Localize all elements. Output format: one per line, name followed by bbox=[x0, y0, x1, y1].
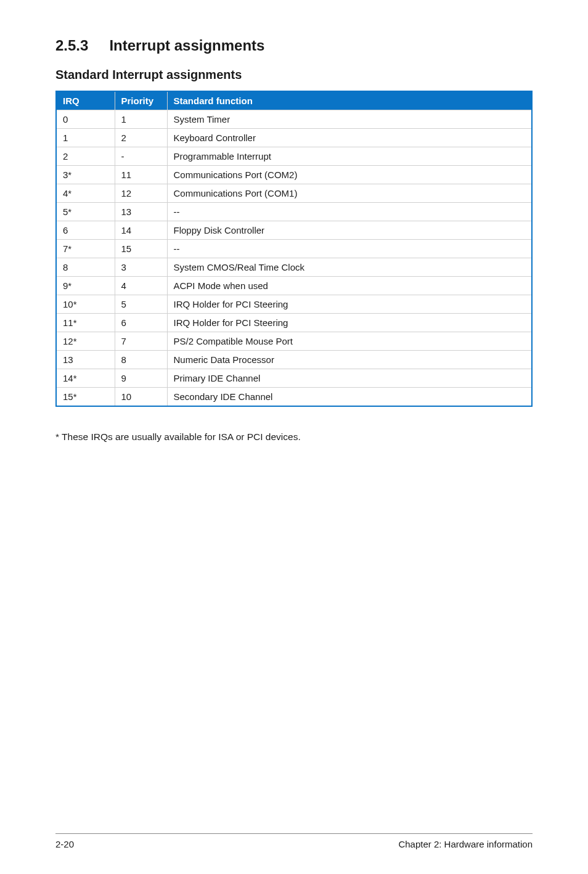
cell-priority: - bbox=[115, 147, 167, 166]
section-title-text: Interrupt assignments bbox=[109, 37, 264, 54]
footnote: * These IRQs are usually available for I… bbox=[55, 431, 533, 443]
cell-priority: 1 bbox=[115, 110, 167, 129]
table-row: 12Keyboard Controller bbox=[56, 129, 532, 147]
table-row: 15*10Secondary IDE Channel bbox=[56, 388, 532, 407]
table-row: 614Floppy Disk Controller bbox=[56, 221, 532, 240]
cell-func: -- bbox=[167, 203, 532, 221]
page-number: 2-20 bbox=[55, 839, 74, 849]
cell-func: System CMOS/Real Time Clock bbox=[167, 258, 532, 277]
cell-priority: 12 bbox=[115, 184, 167, 203]
cell-irq: 5* bbox=[56, 203, 115, 221]
cell-priority: 13 bbox=[115, 203, 167, 221]
cell-func: Communications Port (COM1) bbox=[167, 184, 532, 203]
page-footer: 2-20 Chapter 2: Hardware information bbox=[55, 839, 533, 849]
cell-irq: 2 bbox=[56, 147, 115, 166]
section-heading: 2.5.3Interrupt assignments bbox=[55, 37, 533, 54]
cell-func: IRQ Holder for PCI Steering bbox=[167, 314, 532, 332]
cell-priority: 6 bbox=[115, 314, 167, 332]
table-row: 11*6IRQ Holder for PCI Steering bbox=[56, 314, 532, 332]
table-header-row: IRQ Priority Standard function bbox=[56, 91, 532, 110]
cell-irq: 3* bbox=[56, 166, 115, 184]
cell-priority: 3 bbox=[115, 258, 167, 277]
cell-func: Programmable Interrupt bbox=[167, 147, 532, 166]
cell-irq: 0 bbox=[56, 110, 115, 129]
cell-priority: 10 bbox=[115, 388, 167, 407]
table-row: 01System Timer bbox=[56, 110, 532, 129]
cell-priority: 7 bbox=[115, 332, 167, 351]
section-number: 2.5.3 bbox=[55, 37, 88, 54]
cell-func: Communications Port (COM2) bbox=[167, 166, 532, 184]
cell-func: PS/2 Compatible Mouse Port bbox=[167, 332, 532, 351]
col-header-priority: Priority bbox=[115, 91, 167, 110]
cell-func: Primary IDE Channel bbox=[167, 369, 532, 388]
cell-irq: 7* bbox=[56, 240, 115, 258]
cell-priority: 9 bbox=[115, 369, 167, 388]
cell-func: Keyboard Controller bbox=[167, 129, 532, 147]
cell-func: IRQ Holder for PCI Steering bbox=[167, 295, 532, 314]
table-row: 9*4ACPI Mode when used bbox=[56, 277, 532, 295]
cell-priority: 4 bbox=[115, 277, 167, 295]
table-row: 5*13-- bbox=[56, 203, 532, 221]
cell-func: Secondary IDE Channel bbox=[167, 388, 532, 407]
cell-func: -- bbox=[167, 240, 532, 258]
cell-irq: 8 bbox=[56, 258, 115, 277]
table-row: 2-Programmable Interrupt bbox=[56, 147, 532, 166]
subsection-heading: Standard Interrupt assignments bbox=[55, 68, 533, 82]
table-row: 12*7PS/2 Compatible Mouse Port bbox=[56, 332, 532, 351]
col-header-irq: IRQ bbox=[56, 91, 115, 110]
cell-irq: 1 bbox=[56, 129, 115, 147]
footer-rule bbox=[55, 833, 533, 834]
cell-irq: 11* bbox=[56, 314, 115, 332]
table-row: 4*12Communications Port (COM1) bbox=[56, 184, 532, 203]
chapter-label: Chapter 2: Hardware information bbox=[398, 839, 533, 849]
cell-irq: 14* bbox=[56, 369, 115, 388]
cell-irq: 10* bbox=[56, 295, 115, 314]
table-row: 14*9Primary IDE Channel bbox=[56, 369, 532, 388]
cell-irq: 12* bbox=[56, 332, 115, 351]
table-row: 3*11Communications Port (COM2) bbox=[56, 166, 532, 184]
cell-irq: 6 bbox=[56, 221, 115, 240]
cell-priority: 2 bbox=[115, 129, 167, 147]
table-row: 7*15-- bbox=[56, 240, 532, 258]
cell-func: ACPI Mode when used bbox=[167, 277, 532, 295]
cell-priority: 5 bbox=[115, 295, 167, 314]
cell-irq: 15* bbox=[56, 388, 115, 407]
cell-priority: 11 bbox=[115, 166, 167, 184]
table-row: 138Numeric Data Processor bbox=[56, 351, 532, 369]
cell-func: Numeric Data Processor bbox=[167, 351, 532, 369]
table-row: 10*5IRQ Holder for PCI Steering bbox=[56, 295, 532, 314]
irq-table: IRQ Priority Standard function 01System … bbox=[55, 91, 533, 407]
table-row: 83System CMOS/Real Time Clock bbox=[56, 258, 532, 277]
col-header-function: Standard function bbox=[167, 91, 532, 110]
cell-func: Floppy Disk Controller bbox=[167, 221, 532, 240]
cell-func: System Timer bbox=[167, 110, 532, 129]
cell-priority: 15 bbox=[115, 240, 167, 258]
cell-priority: 14 bbox=[115, 221, 167, 240]
cell-irq: 13 bbox=[56, 351, 115, 369]
cell-irq: 9* bbox=[56, 277, 115, 295]
cell-irq: 4* bbox=[56, 184, 115, 203]
cell-priority: 8 bbox=[115, 351, 167, 369]
